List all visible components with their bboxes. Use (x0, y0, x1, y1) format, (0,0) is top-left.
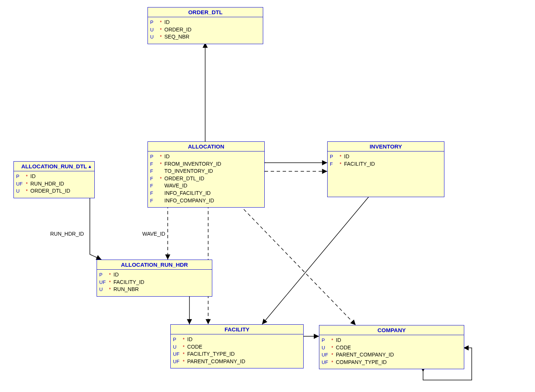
attribute-name: CODE (187, 343, 202, 351)
key-flag: P (173, 336, 183, 343)
attribute-row: F*FACILITY_ID (330, 160, 442, 168)
required-marker: * (109, 279, 113, 286)
required-marker: * (26, 188, 30, 195)
attribute-name: PARENT_COMPANY_ID (336, 351, 394, 359)
required-marker: * (183, 344, 187, 350)
required-marker: * (183, 358, 187, 365)
key-flag: P (330, 153, 340, 160)
attribute-name: TO_INVENTORY_ID (164, 168, 213, 175)
attribute-row: FTO_INVENTORY_ID (150, 168, 262, 175)
attribute-name: CODE (336, 344, 351, 352)
required-marker: * (183, 336, 187, 343)
entity-title: ALLOCATION_RUN_HDR (97, 260, 212, 270)
relationship-label: WAVE_ID (142, 231, 165, 237)
key-flag: UF (322, 359, 331, 366)
attribute-row: U*CODE (173, 343, 301, 351)
entity-title: COMPANY (319, 325, 464, 335)
required-marker: * (331, 352, 336, 358)
entity-body: P*IDF*FACILITY_ID (328, 151, 444, 171)
key-flag: P (150, 153, 160, 160)
entity-title-text: ALLOCATION_RUN_DTL (21, 163, 87, 169)
attribute-row: U*RUN_NBR (99, 286, 210, 293)
attribute-row: U*ORDER_ID (150, 26, 261, 34)
attribute-row: UF*FACILITY_TYPE_ID (173, 350, 301, 358)
attribute-row: UF*PARENT_COMPANY_ID (173, 358, 301, 365)
attribute-name: INFO_COMPANY_ID (164, 197, 214, 205)
attribute-name: WAVE_ID (164, 182, 187, 190)
key-flag: F (150, 183, 160, 189)
required-marker: * (160, 34, 164, 40)
key-flag: F (330, 161, 340, 168)
attribute-row: FINFO_COMPANY_ID (150, 197, 262, 205)
key-flag: UF (173, 351, 183, 358)
key-flag: UF (322, 352, 331, 358)
attribute-name: ID (30, 173, 36, 180)
entity-allocation-run-hdr: ALLOCATION_RUN_HDR P*IDUF*FACILITY_IDU*R… (97, 260, 212, 297)
attribute-row: P*ID (150, 19, 261, 26)
entity-body: P*IDUF*RUN_HDR_IDU*ORDER_DTL_ID (14, 171, 94, 198)
entity-title: ALLOCATION_RUN_DTL ▲ (14, 162, 94, 171)
attribute-row: P*ID (150, 153, 262, 160)
required-marker: * (160, 19, 164, 26)
attribute-row: P*ID (99, 271, 210, 279)
key-flag: U (150, 27, 160, 33)
required-marker: * (331, 344, 336, 351)
attribute-name: FACILITY_ID (344, 160, 375, 168)
attribute-name: ORDER_ID (164, 26, 191, 34)
attribute-row: UF*PARENT_COMPANY_ID (322, 351, 462, 359)
key-flag: U (173, 344, 183, 350)
key-flag: U (16, 188, 26, 195)
key-flag: P (322, 337, 331, 344)
svg-line-7 (262, 195, 371, 324)
key-flag: F (150, 161, 160, 168)
required-marker: * (183, 351, 187, 358)
entity-body: P*IDU*ORDER_IDU*SEQ_NBR (148, 17, 263, 44)
required-marker: * (109, 286, 113, 293)
attribute-row: P*ID (322, 337, 462, 344)
attribute-row: UF*FACILITY_ID (99, 279, 210, 286)
entity-inventory: INVENTORY P*IDF*FACILITY_ID (327, 141, 444, 197)
entity-company: COMPANY P*IDU*CODEUF*PARENT_COMPANY_IDUF… (319, 325, 464, 369)
key-flag: UF (16, 181, 26, 187)
attribute-name: RUN_HDR_ID (30, 180, 64, 188)
entity-body: P*IDUF*FACILITY_IDU*RUN_NBR (97, 270, 212, 296)
relationship-label: RUN_HDR_ID (50, 231, 84, 237)
key-flag: F (150, 175, 160, 182)
attribute-name: ORDER_DTL_ID (164, 175, 204, 183)
attribute-name: ID (113, 271, 119, 279)
attribute-name: ID (336, 337, 341, 344)
attribute-name: ID (164, 153, 170, 160)
entity-allocation: ALLOCATION P*IDF*FROM_INVENTORY_IDFTO_IN… (148, 141, 265, 208)
entity-facility: FACILITY P*IDU*CODEUF*FACILITY_TYPE_IDUF… (170, 324, 304, 368)
entity-title: ORDER_DTL (148, 7, 263, 17)
required-marker: * (160, 161, 164, 168)
required-marker: * (331, 337, 336, 344)
key-flag: UF (173, 358, 183, 365)
attribute-row: F*ORDER_DTL_ID (150, 175, 262, 183)
key-flag: U (99, 286, 109, 293)
entity-body: P*IDF*FROM_INVENTORY_IDFTO_INVENTORY_IDF… (148, 151, 264, 207)
entity-allocation-run-dtl: ALLOCATION_RUN_DTL ▲ P*IDUF*RUN_HDR_IDU*… (13, 161, 95, 198)
required-marker: * (109, 272, 113, 278)
key-flag: U (322, 344, 331, 351)
attribute-name: FACILITY_ID (113, 279, 144, 286)
key-flag: P (150, 19, 160, 26)
note-icon: ▲ (88, 164, 92, 169)
attribute-row: FWAVE_ID (150, 182, 262, 190)
attribute-row: U*CODE (322, 344, 462, 352)
required-marker: * (340, 153, 344, 160)
required-marker: * (160, 27, 164, 33)
attribute-row: FINFO_FACILITY_ID (150, 190, 262, 197)
key-flag: F (150, 197, 160, 204)
attribute-name: FACILITY_TYPE_ID (187, 350, 235, 358)
attribute-row: UF*COMPANY_TYPE_ID (322, 359, 462, 366)
attribute-name: ORDER_DTL_ID (30, 187, 70, 195)
key-flag: P (16, 173, 26, 180)
required-marker: * (160, 153, 164, 160)
key-flag: U (150, 34, 160, 40)
entity-title: FACILITY (171, 325, 303, 334)
attribute-row: F*FROM_INVENTORY_ID (150, 160, 262, 168)
attribute-row: U*SEQ_NBR (150, 33, 261, 41)
svg-line-6 (240, 205, 356, 325)
key-flag: UF (99, 279, 109, 286)
